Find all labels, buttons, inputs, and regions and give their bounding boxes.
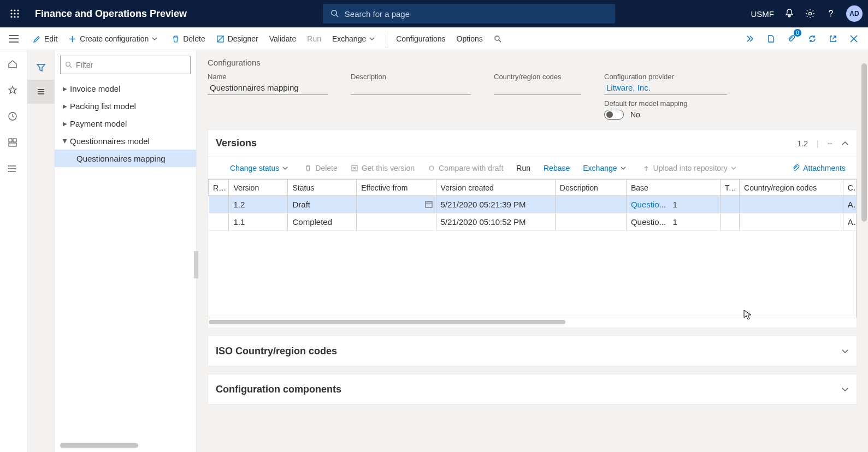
avatar[interactable]: AD (846, 5, 863, 22)
config-components-section[interactable]: Configuration components (208, 374, 857, 405)
refresh-icon[interactable] (806, 32, 819, 45)
tree-horiz-scrollbar[interactable] (60, 443, 191, 449)
edit-button[interactable]: Edit (27, 28, 63, 50)
trash-icon (304, 164, 312, 172)
tree-filter-box[interactable] (60, 56, 191, 74)
favorites-icon[interactable] (8, 85, 20, 97)
col-effective[interactable]: Effective from (357, 180, 436, 196)
app-launcher-icon[interactable] (5, 4, 24, 23)
change-status-button[interactable]: Change status (214, 157, 297, 179)
modules-icon[interactable] (8, 164, 20, 176)
global-search[interactable] (323, 4, 615, 23)
top-nav-bar: Finance and Operations Preview USMF AD (0, 0, 868, 27)
name-field[interactable]: Questionnaires mapping (208, 81, 328, 95)
exchange-button[interactable]: Exchange (327, 28, 383, 50)
tree-item-payment-model[interactable]: ▶Payment model (55, 115, 196, 132)
close-icon[interactable] (847, 32, 860, 45)
table-row[interactable]: 1.1Completed5/21/2020 05:10:52 PMQuestio… (209, 213, 857, 231)
options-tab[interactable]: Options (451, 28, 488, 50)
chevron-up-icon[interactable] (841, 140, 849, 147)
attachment-icon (792, 164, 800, 172)
tree-item-questionnaires-model[interactable]: ▶Questionnaires model (55, 132, 196, 150)
name-label: Name (208, 73, 328, 81)
tree-filter-input[interactable] (76, 61, 186, 69)
tree-item-questionnaires-mapping[interactable]: Questionnaires mapping (55, 150, 196, 167)
svg-point-32 (8, 168, 9, 169)
chevron-down-icon (841, 347, 849, 355)
svg-point-2 (17, 9, 19, 11)
col-r[interactable]: R... (209, 180, 229, 196)
svg-point-20 (495, 36, 499, 40)
workspaces-icon[interactable] (8, 138, 20, 150)
svg-line-21 (499, 40, 501, 42)
filter-tool-icon[interactable] (27, 56, 55, 80)
version-delete-button: Delete (299, 157, 343, 179)
versions-summary-version: 1.2 (798, 139, 808, 148)
chevron-down-icon (841, 385, 849, 393)
col-base[interactable]: Base (626, 180, 720, 196)
designer-button[interactable]: Designer (211, 28, 264, 50)
col-version[interactable]: Version (229, 180, 288, 196)
notifications-icon[interactable] (784, 8, 795, 19)
iso-codes-section[interactable]: ISO Country/region codes (208, 336, 857, 366)
tree-item-invoice-model[interactable]: ▶Invoice model (55, 80, 196, 97)
svg-rect-26 (13, 139, 16, 142)
tree-item-packing-list-model[interactable]: ▶Packing list model (55, 97, 196, 115)
svg-point-9 (332, 10, 336, 15)
col-created[interactable]: Version created (436, 180, 555, 196)
company-code[interactable]: USMF (751, 9, 775, 19)
create-configuration-button[interactable]: Create configuration (63, 28, 166, 50)
attachments-button[interactable]: 0 (785, 32, 798, 45)
settings-gear-icon[interactable] (805, 8, 816, 19)
versions-card: Versions 1.2 | -- Change status Delete (208, 129, 857, 328)
home-icon[interactable] (8, 59, 20, 71)
chevron-down-icon (282, 165, 288, 171)
version-exchange-button[interactable]: Exchange (577, 157, 634, 179)
delete-button[interactable]: Delete (166, 28, 210, 50)
content-vert-scrollbar[interactable] (861, 63, 867, 222)
version-attachments-button[interactable]: Attachments (787, 157, 851, 179)
list-tool-icon[interactable] (27, 80, 55, 104)
popout-icon[interactable] (826, 32, 840, 45)
provider-link[interactable]: Litware, Inc. (604, 81, 727, 95)
country-field[interactable] (494, 81, 581, 95)
upload-icon (642, 164, 650, 172)
help-icon[interactable] (825, 8, 836, 19)
col-t[interactable]: T... (720, 180, 739, 196)
col-cc[interactable]: C (843, 180, 856, 196)
calendar-icon[interactable] (425, 200, 433, 208)
versions-grid: R... Version Status Effective from Versi… (208, 179, 857, 231)
rebase-button[interactable]: Rebase (538, 157, 575, 179)
search-input[interactable] (345, 9, 607, 19)
svg-point-4 (14, 13, 15, 14)
download-icon (351, 164, 358, 172)
description-field[interactable] (351, 81, 471, 95)
default-mapping-toggle[interactable] (604, 110, 624, 120)
svg-rect-27 (9, 143, 16, 146)
svg-rect-25 (9, 139, 12, 142)
get-version-button: Get this version (345, 157, 420, 179)
svg-point-0 (10, 9, 12, 11)
attachments-count: 0 (794, 29, 801, 37)
office-addin-icon[interactable] (764, 32, 777, 45)
col-status[interactable]: Status (288, 180, 357, 196)
related-info-icon[interactable] (743, 32, 757, 45)
svg-point-37 (66, 62, 70, 67)
svg-point-6 (10, 16, 12, 17)
version-run-button[interactable]: Run (511, 157, 536, 179)
pencil-icon (33, 35, 41, 43)
nav-toggle-icon[interactable] (0, 27, 27, 50)
recent-icon[interactable] (8, 111, 20, 123)
configurations-tab[interactable]: Configurations (391, 28, 451, 50)
col-description[interactable]: Description (555, 180, 626, 196)
tree-tool-column (27, 50, 55, 452)
table-row[interactable]: 1.2Draft5/21/2020 05:21:39 PMQuestio... … (209, 196, 857, 213)
default-mapping-value: No (630, 110, 640, 119)
compare-draft-button: Compare with draft (422, 157, 509, 179)
grid-horiz-scrollbar[interactable] (208, 320, 857, 328)
svg-point-31 (8, 165, 9, 166)
validate-button[interactable]: Validate (264, 28, 302, 50)
find-button[interactable] (488, 28, 511, 50)
col-country[interactable]: Country/region codes (740, 180, 843, 196)
svg-point-8 (17, 16, 19, 17)
